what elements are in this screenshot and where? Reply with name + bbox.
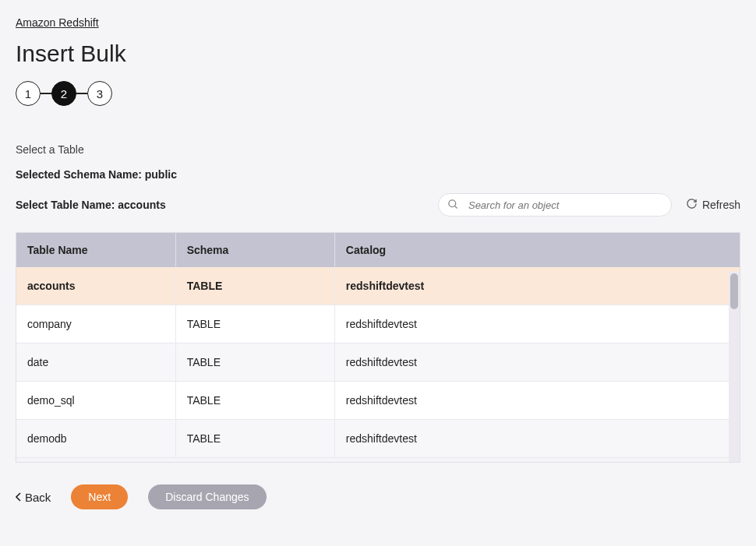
- chevron-left-icon: [16, 491, 22, 504]
- step-connector: [41, 93, 51, 94]
- cell-schema: TABLE: [175, 420, 334, 458]
- cell-name: accounts: [16, 267, 175, 305]
- cell-schema: TABLE: [175, 267, 334, 305]
- cell-catalog: redshiftdevtest: [334, 305, 740, 343]
- svg-point-0: [449, 200, 456, 207]
- table-row[interactable]: companyTABLEredshiftdevtest: [16, 305, 740, 343]
- next-button[interactable]: Next: [71, 484, 128, 509]
- select-table-prompt: Select a Table: [16, 143, 740, 156]
- svg-line-1: [454, 206, 457, 208]
- table-header-row: Table Name Schema Catalog: [16, 233, 740, 267]
- cell-name: date: [16, 343, 175, 382]
- tables-list: Table Name Schema Catalog accountsTABLEr…: [16, 233, 740, 458]
- cell-catalog: redshiftdevtest: [334, 420, 740, 458]
- refresh-icon: [686, 198, 698, 212]
- cell-schema: TABLE: [175, 305, 334, 343]
- discard-button[interactable]: Discard Changes: [148, 484, 266, 509]
- scrollbar-track[interactable]: [729, 272, 740, 462]
- wizard-stepper: 1 2 3: [16, 81, 740, 106]
- cell-catalog: redshiftdevtest: [334, 343, 740, 382]
- search-icon: [447, 199, 459, 213]
- table-container: Table Name Schema Catalog accountsTABLEr…: [16, 232, 740, 463]
- step-1[interactable]: 1: [16, 81, 41, 106]
- breadcrumb-link[interactable]: Amazon Redshift: [16, 16, 99, 29]
- back-button[interactable]: Back: [16, 491, 51, 504]
- col-header-catalog[interactable]: Catalog: [334, 233, 740, 267]
- cell-name: demodb: [16, 420, 175, 458]
- cell-catalog: redshiftdevtest: [334, 382, 740, 420]
- search-wrap: [438, 193, 672, 217]
- cell-name: company: [16, 305, 175, 343]
- step-2[interactable]: 2: [51, 81, 76, 106]
- footer-actions: Back Next Discard Changes: [16, 484, 740, 509]
- selected-table-label: Select Table Name: accounts: [16, 199, 166, 211]
- table-row[interactable]: demo_sqlTABLEredshiftdevtest: [16, 382, 740, 420]
- cell-schema: TABLE: [175, 343, 334, 382]
- refresh-button[interactable]: Refresh: [686, 198, 740, 212]
- table-row[interactable]: demodbTABLEredshiftdevtest: [16, 420, 740, 458]
- cell-schema: TABLE: [175, 382, 334, 420]
- search-input[interactable]: [438, 193, 672, 217]
- page-title: Insert Bulk: [16, 41, 740, 67]
- step-connector: [76, 93, 87, 94]
- step-3[interactable]: 3: [87, 81, 112, 106]
- cell-name: demo_sql: [16, 382, 175, 420]
- col-header-name[interactable]: Table Name: [16, 233, 175, 267]
- col-header-schema[interactable]: Schema: [175, 233, 334, 267]
- selected-schema-label: Selected Schema Name: public: [16, 168, 740, 181]
- table-row[interactable]: dateTABLEredshiftdevtest: [16, 343, 740, 382]
- back-label: Back: [25, 491, 51, 504]
- cell-catalog: redshiftdevtest: [334, 267, 740, 305]
- table-row[interactable]: accountsTABLEredshiftdevtest: [16, 267, 740, 305]
- refresh-label: Refresh: [702, 199, 740, 211]
- scrollbar-thumb[interactable]: [730, 273, 738, 309]
